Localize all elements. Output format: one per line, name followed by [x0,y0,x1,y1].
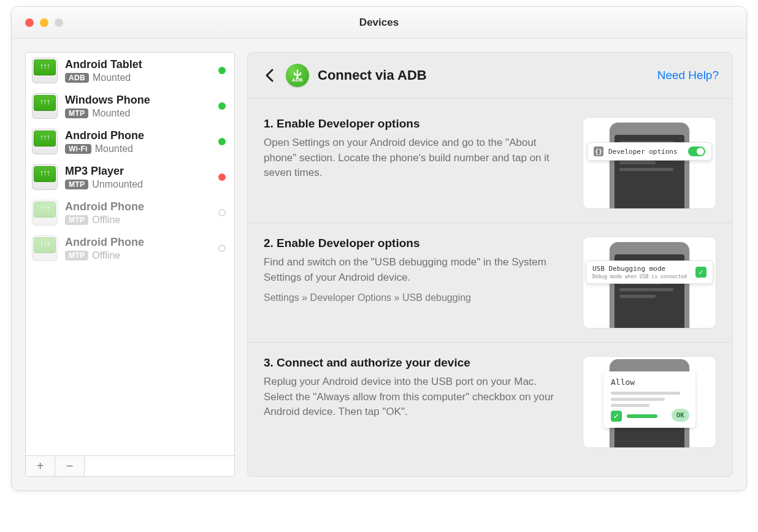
protocol-badge: MTP [65,215,88,225]
device-status-text: Mounted [92,108,130,119]
steps-container: 1. Enable Developer options Open Setting… [248,99,732,476]
device-text: Android PhoneMTPOffline [65,236,211,261]
checkbox-on-icon: ✓ [611,411,622,422]
sidebar-footer: + − [26,455,234,476]
ok-button-graphic: OK [672,409,689,422]
phone-graphic [610,123,689,209]
device-name: Windows Phone [65,94,211,107]
card-subtext: Debug mode when USB is connected [592,274,691,279]
device-drive-icon: ↑↑↑ [32,164,58,190]
protocol-badge: MTP [65,180,88,189]
step-title: 1. Enable Developer options [264,117,568,131]
usb-debug-card: USB Debugging mode Debug mode when USB i… [586,260,713,284]
step-body: Replug your Android device into the USB … [264,374,568,420]
toggle-on-icon [688,146,705,156]
titlebar: Devices [12,7,746,39]
step-illustration: Allow ✓ OK [583,356,716,448]
phone-graphic: Allow [610,242,689,329]
step-1: 1. Enable Developer options Open Setting… [248,104,732,223]
device-name: Android Phone [65,236,211,249]
protocol-badge: Wi-Fi [65,144,91,154]
step-illustration: {} Developer options [583,117,716,209]
device-drive-icon: ↑↑↑ [32,129,58,154]
device-row[interactable]: ↑↑↑MP3 PlayerMTPUnmounted [26,159,234,195]
step-title: 2. Enable Developer options [264,237,568,250]
device-row[interactable]: ↑↑↑Windows PhoneMTPMounted [26,88,234,124]
protocol-badge: ADB [65,73,89,83]
status-dot-icon [218,67,226,74]
device-name: Android Phone [65,200,211,213]
help-link[interactable]: Need Help? [657,69,719,82]
main-title: Connect via ADB [318,67,427,83]
device-status-text: Mounted [95,143,133,154]
zoom-window-button[interactable] [55,18,63,27]
chevron-left-icon [265,69,274,82]
device-text: Android PhoneWi-FiMounted [65,129,211,154]
status-dot-icon [218,102,226,110]
device-row[interactable]: ↑↑↑Android PhoneMTPOffline [26,195,234,230]
content-area: ↑↑↑Android TabletADBMounted↑↑↑Windows Ph… [12,39,746,490]
status-dot-icon [218,245,226,252]
device-drive-icon: ↑↑↑ [32,93,58,119]
step-2: 2. Enable Developer options Find and swi… [248,223,732,343]
step-text: 1. Enable Developer options Open Setting… [264,117,568,209]
device-status-text: Mounted [93,72,131,83]
step-3: 3. Connect and authorize your device Rep… [248,343,732,462]
status-dot-icon [218,138,226,145]
device-status-text: Offline [92,250,120,261]
device-text: Windows PhoneMTPMounted [65,94,211,119]
step-title: 3. Connect and authorize your device [264,356,568,370]
device-sub: MTPMounted [65,108,211,119]
device-drive-icon: ↑↑↑ [32,58,58,83]
protocol-badge: MTP [65,251,88,260]
step-text: 2. Enable Developer options Find and swi… [264,237,568,329]
adb-icon-label: ADB [292,77,303,83]
device-drive-icon: ↑↑↑ [32,235,58,261]
popup-title: Allow [611,378,688,387]
device-sub: MTPOffline [65,250,211,261]
braces-icon: {} [594,146,603,156]
main-header: ADB Connect via ADB Need Help? [248,53,732,99]
device-sidebar: ↑↑↑Android TabletADBMounted↑↑↑Windows Ph… [25,52,235,477]
step-illustration: Allow USB Debugging mode Debug mode when… [583,237,716,329]
add-device-button[interactable]: + [26,456,55,476]
device-status-text: Offline [92,215,120,226]
back-button[interactable] [261,67,277,83]
device-name: Android Tablet [65,58,211,71]
device-name: MP3 Player [65,165,211,178]
status-dot-icon [218,173,226,181]
device-list: ↑↑↑Android TabletADBMounted↑↑↑Windows Ph… [26,53,234,455]
device-row[interactable]: ↑↑↑Android PhoneWi-FiMounted [26,124,234,159]
device-row[interactable]: ↑↑↑Android PhoneMTPOffline [26,230,234,266]
adb-icon: ADB [286,64,309,87]
device-sub: Wi-FiMounted [65,143,211,154]
main-panel: ADB Connect via ADB Need Help? 1. Enable… [247,52,733,477]
step-body: Open Settings on your Android device and… [264,135,568,181]
device-status-text: Unmounted [92,179,143,190]
checkbox-on-icon: ✓ [695,267,706,278]
dev-options-card: {} Developer options [587,142,712,161]
step-body: Find and switch on the "USB debugging mo… [264,255,568,285]
status-dot-icon [218,209,226,216]
app-window: Devices ↑↑↑Android TabletADBMounted↑↑↑Wi… [11,6,747,491]
device-sub: ADBMounted [65,72,211,83]
protocol-badge: MTP [65,108,88,118]
device-text: Android TabletADBMounted [65,58,211,83]
minimize-window-button[interactable] [40,18,48,27]
allow-popup: Allow ✓ OK [603,371,695,428]
window-controls [25,18,63,27]
card-text: Developer options [608,148,678,156]
window-title: Devices [359,17,399,29]
device-sub: MTPUnmounted [65,179,211,190]
device-row[interactable]: ↑↑↑Android TabletADBMounted [26,53,234,88]
card-text: USB Debugging mode [592,265,691,273]
close-window-button[interactable] [25,18,34,27]
step-text: 3. Connect and authorize your device Rep… [264,356,568,448]
device-text: Android PhoneMTPOffline [65,200,211,226]
device-sub: MTPOffline [65,215,211,226]
step-path: Settings » Developer Options » USB debug… [264,292,568,303]
device-text: MP3 PlayerMTPUnmounted [65,165,211,190]
remove-device-button[interactable]: − [55,456,85,476]
device-name: Android Phone [65,129,211,142]
device-drive-icon: ↑↑↑ [32,200,58,226]
